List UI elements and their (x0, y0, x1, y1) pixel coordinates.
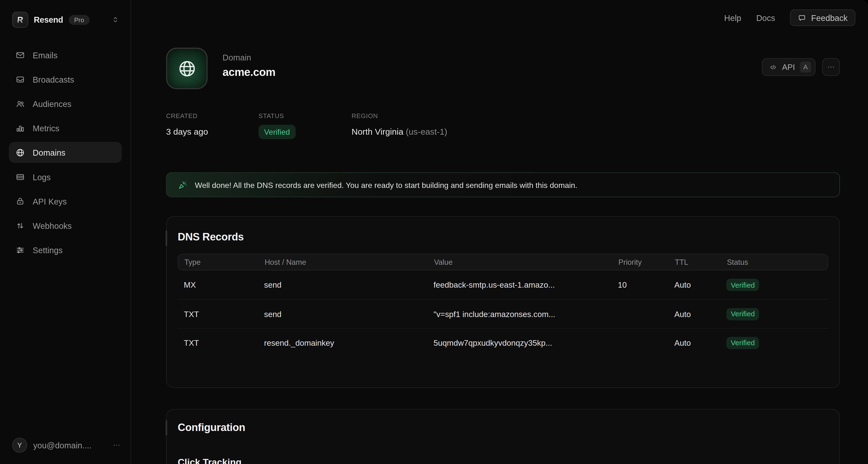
table-row: TXT resend._domainkey 5uqmdw7qpxudkyvdon… (178, 328, 828, 357)
rows-icon (16, 172, 25, 181)
status-badge: Verified (726, 308, 760, 320)
column-header-ttl: TTL (675, 258, 727, 266)
column-header-priority: Priority (618, 258, 675, 266)
sidebar-item-emails[interactable]: Emails (9, 44, 122, 65)
inbox-icon (16, 75, 25, 84)
column-header-value: Value (434, 258, 618, 266)
sidebar-item-api-keys[interactable]: API Keys (9, 191, 122, 211)
header-actions: API A (762, 58, 840, 76)
dns-table-body: MX send feedback-smtp.us-east-1.amazo...… (178, 270, 828, 357)
dns-records-card: DNS Records Type Host / Name Value Prior… (166, 216, 840, 388)
sidebar-item-audiences[interactable]: Audiences (9, 93, 122, 114)
user-email: you@domain.... (33, 441, 91, 450)
cell-status: Verified (726, 337, 828, 349)
chevron-up-down-icon[interactable] (111, 16, 120, 24)
column-header-status: Status (727, 258, 828, 266)
resend-logo-glyph: R (17, 16, 24, 24)
sliders-icon (16, 245, 25, 255)
cell-host: resend._domainkey (264, 338, 434, 347)
cell-value: 5uqmdw7qpxudkyvdonqzy35kp... (434, 338, 618, 347)
resend-logo: R (12, 11, 28, 28)
table-row: TXT send "v=spf1 include:amazonses.com..… (178, 299, 828, 328)
configuration-card: Configuration Click Tracking (166, 409, 840, 464)
success-banner: Well done! All the DNS records are verif… (166, 172, 840, 197)
sidebar-item-metrics[interactable]: Metrics (9, 118, 122, 139)
globe-icon (177, 59, 197, 79)
sidebar-item-label: Webhooks (33, 221, 72, 230)
cell-type: TXT (184, 310, 264, 318)
sidebar-item-label: Broadcasts (33, 75, 74, 84)
arrows-up-down-icon (16, 221, 25, 230)
globe-icon (16, 148, 25, 157)
banner-message: Well done! All the DNS records are verif… (195, 180, 578, 190)
page-content: Domain acme.com API A CREATED 3 days (166, 0, 840, 464)
more-options-button[interactable] (822, 58, 840, 76)
domain-titles: Domain acme.com (223, 48, 276, 89)
envelope-icon (16, 50, 25, 59)
api-button[interactable]: API A (762, 58, 815, 76)
section-indicator-tick (165, 420, 167, 435)
status-badge: Verified (258, 125, 296, 139)
sidebar: R Resend Pro Emails Broadcasts Audiences (0, 0, 131, 464)
sidebar-item-logs[interactable]: Logs (9, 166, 122, 187)
sidebar-item-label: Logs (33, 172, 51, 181)
workspace-name: Resend (34, 15, 63, 24)
plan-badge: Pro (69, 15, 90, 25)
sidebar-item-label: Metrics (33, 123, 59, 133)
created-value: 3 days ago (166, 127, 258, 137)
configuration-title: Configuration (178, 422, 839, 434)
domain-header: Domain acme.com (166, 48, 275, 89)
domain-meta: CREATED 3 days ago STATUS Verified REGIO… (166, 113, 447, 139)
sidebar-item-label: Audiences (33, 99, 71, 108)
sidebar-item-label: Emails (33, 50, 58, 59)
dots-menu-icon[interactable] (113, 441, 121, 450)
sidebar-item-settings[interactable]: Settings (9, 239, 122, 260)
domain-globe-tile (166, 48, 208, 89)
sidebar-item-label: Domains (33, 148, 65, 157)
avatar: Y (12, 438, 27, 453)
party-popper-icon (178, 180, 187, 190)
page-eyebrow: Domain (223, 53, 276, 62)
cell-host: send (264, 310, 434, 318)
cell-host: send (264, 281, 434, 289)
created-label: CREATED (166, 113, 258, 119)
section-indicator-tick (165, 231, 167, 246)
sidebar-item-domains[interactable]: Domains (9, 142, 122, 163)
cell-value: feedback-smtp.us-east-1.amazo... (434, 281, 618, 289)
sidebar-item-label: Settings (33, 245, 63, 255)
meta-status: STATUS Verified (258, 113, 351, 139)
code-icon (769, 63, 777, 71)
keyboard-shortcut-badge: A (800, 61, 811, 72)
cell-priority: 10 (618, 281, 675, 289)
region-code: (us-east-1) (406, 127, 447, 136)
cell-type: TXT (184, 338, 264, 347)
user-menu[interactable]: Y you@domain.... (0, 438, 131, 464)
region-value: North Virginia (us-east-1) (352, 127, 447, 137)
sidebar-item-label: API Keys (33, 196, 67, 206)
cell-status: Verified (726, 279, 828, 291)
status-badge: Verified (726, 337, 760, 349)
workspace-switcher[interactable]: R Resend Pro (0, 0, 131, 28)
cell-ttl: Auto (674, 310, 726, 318)
main-area: Help Docs Feedback Domain acme.com (131, 0, 868, 464)
status-label: STATUS (258, 113, 351, 119)
api-button-label: API (782, 63, 795, 71)
column-header-host: Host / Name (265, 258, 434, 266)
lock-icon (16, 196, 25, 206)
sidebar-item-broadcasts[interactable]: Broadcasts (9, 69, 122, 90)
cell-ttl: Auto (674, 338, 726, 347)
dns-records-title: DNS Records (178, 231, 839, 243)
page-title: acme.com (223, 66, 276, 79)
table-row: MX send feedback-smtp.us-east-1.amazo...… (178, 270, 828, 299)
users-icon (16, 99, 25, 108)
cell-status: Verified (726, 308, 828, 320)
bar-chart-icon (16, 123, 25, 133)
meta-region: REGION North Virginia (us-east-1) (352, 113, 447, 139)
sidebar-nav: Emails Broadcasts Audiences Metrics Doma… (0, 44, 131, 264)
click-tracking-label: Click Tracking (178, 457, 839, 464)
cell-ttl: Auto (674, 281, 726, 289)
cell-value: "v=spf1 include:amazonses.com... (434, 310, 618, 318)
sidebar-item-webhooks[interactable]: Webhooks (9, 215, 122, 236)
dots-menu-icon (827, 63, 836, 71)
region-label: REGION (352, 113, 447, 119)
